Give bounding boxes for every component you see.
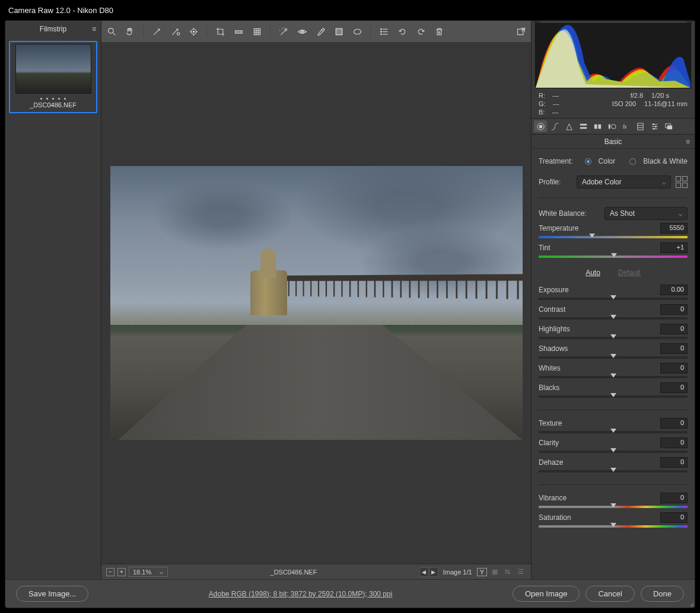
filmstrip-menu-icon[interactable]: ≡ bbox=[92, 25, 96, 33]
slider-blacks-track[interactable] bbox=[539, 395, 688, 398]
hand-tool-icon[interactable] bbox=[125, 26, 135, 37]
done-button[interactable]: Done bbox=[641, 586, 684, 602]
rotate-cw-icon[interactable] bbox=[415, 26, 426, 37]
thumbnail-selected[interactable]: _DSC0486.NEF bbox=[9, 41, 97, 113]
treatment-color-radio[interactable] bbox=[585, 158, 591, 165]
white-balance-select[interactable]: As Shot bbox=[604, 207, 688, 220]
tab-lens[interactable] bbox=[605, 120, 618, 132]
preview-area[interactable] bbox=[101, 42, 531, 564]
slider-contrast-thumb[interactable] bbox=[610, 315, 616, 322]
slider-whites-thumb[interactable] bbox=[610, 373, 616, 381]
treatment-bw-label[interactable]: Black & White bbox=[643, 157, 688, 165]
slider-vibrance-value[interactable]: 0 bbox=[660, 493, 688, 503]
tab-hsl[interactable] bbox=[577, 120, 590, 132]
zoom-out-button[interactable]: − bbox=[106, 568, 114, 576]
tab-presets[interactable] bbox=[648, 120, 661, 132]
open-image-button[interactable]: Open Image bbox=[513, 586, 580, 602]
profile-select[interactable]: Adobe Color bbox=[577, 175, 671, 189]
slider-vibrance-track[interactable] bbox=[539, 506, 688, 508]
slider-clarity-thumb[interactable] bbox=[610, 448, 616, 455]
slider-vibrance-thumb[interactable] bbox=[610, 503, 616, 510]
auto-link[interactable]: Auto bbox=[586, 269, 600, 277]
graduated-filter-tool-icon[interactable] bbox=[333, 26, 344, 37]
before-after-button[interactable]: Y bbox=[477, 568, 487, 576]
adjustment-brush-tool-icon[interactable] bbox=[315, 26, 326, 37]
red-eye-tool-icon[interactable] bbox=[297, 26, 307, 37]
zoom-tool-icon[interactable] bbox=[106, 26, 117, 37]
slider-tint-thumb[interactable] bbox=[611, 253, 617, 260]
delete-icon[interactable] bbox=[434, 26, 444, 37]
slider-temperature-value[interactable]: 5550 bbox=[660, 223, 688, 234]
swap-icon[interactable]: ⇆ bbox=[505, 568, 513, 576]
tab-calibration[interactable] bbox=[634, 120, 647, 132]
slider-exposure-track[interactable] bbox=[539, 298, 688, 300]
radial-filter-tool-icon[interactable] bbox=[352, 26, 362, 37]
zoom-level-dropdown[interactable]: 18.1% ⌵ bbox=[129, 567, 168, 577]
tab-split[interactable] bbox=[591, 120, 604, 132]
tab-snapshots[interactable] bbox=[662, 120, 675, 132]
slider-contrast-value[interactable]: 0 bbox=[660, 304, 688, 315]
tab-basic[interactable] bbox=[534, 120, 547, 132]
slider-shadows-value[interactable]: 0 bbox=[660, 343, 688, 354]
slider-dehaze-thumb[interactable] bbox=[610, 468, 616, 475]
slider-tint-value[interactable]: +1 bbox=[660, 242, 688, 253]
slider-shadows-track[interactable] bbox=[539, 356, 688, 359]
next-image-button[interactable]: ▶ bbox=[429, 567, 438, 577]
cancel-button[interactable]: Cancel bbox=[586, 586, 634, 602]
slider-temperature-thumb[interactable] bbox=[589, 234, 595, 241]
slider-exposure-value[interactable]: 0.00 bbox=[660, 285, 688, 295]
slider-texture-value[interactable]: 0 bbox=[660, 418, 688, 429]
straighten-tool-icon[interactable] bbox=[233, 26, 244, 37]
white-balance-tool-icon[interactable] bbox=[151, 26, 162, 37]
zoom-in-button[interactable]: + bbox=[117, 568, 126, 576]
transform-tool-icon[interactable] bbox=[252, 26, 262, 37]
crop-tool-icon[interactable] bbox=[215, 26, 225, 37]
slider-dehaze-value[interactable]: 0 bbox=[660, 457, 688, 468]
targeted-adjustment-tool-icon[interactable] bbox=[188, 26, 199, 37]
slider-saturation-thumb[interactable] bbox=[610, 523, 616, 530]
histogram[interactable] bbox=[535, 23, 691, 88]
thumbnail-rating-dots[interactable] bbox=[40, 98, 66, 100]
slider-highlights-thumb[interactable] bbox=[610, 334, 616, 341]
slider-texture-track[interactable] bbox=[539, 431, 688, 433]
tab-curve[interactable] bbox=[548, 120, 561, 132]
slider-contrast-track[interactable] bbox=[539, 317, 688, 320]
slider-texture-thumb[interactable] bbox=[610, 429, 616, 436]
treatment-color-label[interactable]: Color bbox=[599, 157, 616, 165]
slider-whites-value[interactable]: 0 bbox=[660, 363, 688, 373]
panel-menu-icon[interactable]: ≡ bbox=[686, 138, 690, 146]
preferences-list-icon[interactable] bbox=[378, 26, 389, 37]
slider-highlights-label: Highlights bbox=[539, 325, 570, 333]
slider-shadows-thumb[interactable] bbox=[610, 354, 616, 361]
stack-icon[interactable]: ▦ bbox=[492, 568, 500, 576]
rotate-ccw-icon[interactable] bbox=[397, 26, 408, 37]
slider-saturation-track[interactable] bbox=[539, 525, 688, 528]
slider-whites-track[interactable] bbox=[539, 376, 688, 378]
tab-effects[interactable]: fx bbox=[619, 120, 632, 132]
color-sampler-tool-icon[interactable] bbox=[170, 26, 180, 37]
slider-dehaze-track[interactable] bbox=[539, 470, 688, 472]
sliders-icon[interactable]: ☰ bbox=[518, 568, 526, 576]
slider-exposure-thumb[interactable] bbox=[610, 295, 616, 302]
open-copy-icon[interactable] bbox=[516, 26, 526, 37]
slider-highlights-value[interactable]: 0 bbox=[660, 324, 688, 334]
slider-tint-track[interactable] bbox=[539, 256, 688, 258]
slider-contrast: Contrast 0 bbox=[539, 304, 688, 320]
prev-image-button[interactable]: ◀ bbox=[419, 567, 429, 577]
slider-blacks-value[interactable]: 0 bbox=[660, 382, 688, 393]
slider-blacks-thumb[interactable] bbox=[610, 393, 616, 400]
tab-detail[interactable] bbox=[562, 120, 575, 132]
workflow-options-link[interactable]: Adobe RGB (1998); 8 bit; 3872 by 2592 (1… bbox=[209, 590, 393, 598]
profile-label: Profile: bbox=[539, 178, 572, 186]
save-image-button[interactable]: Save Image... bbox=[16, 586, 88, 602]
slider-saturation-value[interactable]: 0 bbox=[660, 512, 688, 523]
spot-removal-tool-icon[interactable] bbox=[278, 26, 289, 37]
slider-highlights-track[interactable] bbox=[539, 337, 688, 339]
slider-clarity-value[interactable]: 0 bbox=[660, 438, 688, 448]
profile-browser-icon[interactable] bbox=[676, 176, 688, 188]
treatment-bw-radio[interactable] bbox=[629, 158, 636, 165]
resize-grip-icon[interactable]: ◢ bbox=[689, 601, 693, 607]
slider-clarity-track[interactable] bbox=[539, 451, 688, 453]
slider-temperature-track[interactable] bbox=[539, 236, 688, 238]
slider-tint-label: Tint bbox=[539, 244, 551, 252]
